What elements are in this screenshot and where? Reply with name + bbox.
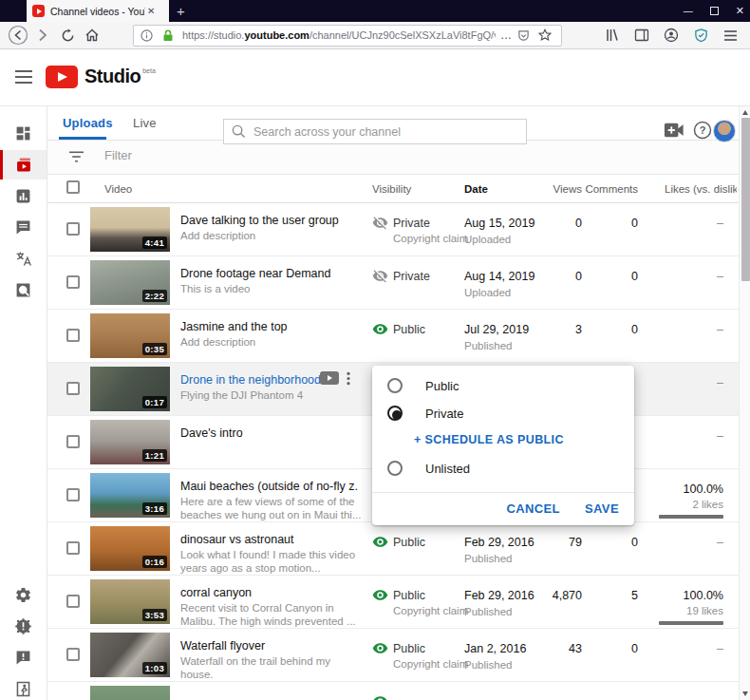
col-views[interactable]: Views (501, 183, 582, 195)
video-title[interactable]: Jasmine and the top (180, 320, 359, 333)
row-checkbox[interactable] (66, 435, 80, 448)
new-tab-button[interactable]: + (177, 2, 185, 20)
video-title[interactable]: Maui beaches (outside of no-fly z... (180, 480, 359, 493)
col-likes[interactable]: Likes (vs. dislike… (665, 183, 737, 195)
video-thumbnail[interactable]: 3:16 (90, 473, 170, 518)
info-icon[interactable] (140, 28, 153, 42)
row-checkbox[interactable] (66, 275, 80, 289)
tab-uploads[interactable]: Uploads (63, 116, 113, 130)
row-checkbox[interactable] (66, 329, 80, 342)
browser-tab[interactable]: Channel videos - YouTube Stud ✕ (27, 0, 169, 22)
video-description[interactable]: Flying the DJI Phantom 4 (180, 389, 363, 403)
table-row[interactable] (47, 682, 739, 700)
play-on-youtube-button[interactable] (320, 371, 339, 386)
cancel-button[interactable]: CANCEL (506, 501, 560, 516)
video-thumbnail[interactable]: 2:22 (90, 260, 170, 305)
option-public[interactable]: Public (387, 378, 459, 393)
video-thumbnail[interactable]: 0:35 (90, 313, 170, 358)
library-icon[interactable] (602, 25, 623, 46)
radio-private-selected[interactable] (387, 406, 403, 421)
radio-unlisted[interactable] (387, 461, 403, 476)
option-label[interactable]: Unlisted (425, 462, 470, 476)
sidebar-item-copyright[interactable] (0, 275, 47, 305)
sidebar-toggle-icon[interactable] (631, 25, 652, 46)
page-actions-icon[interactable]: … (500, 28, 513, 42)
close-button[interactable]: ✕ (736, 5, 744, 17)
video-title[interactable]: Waterfall flyover (180, 639, 359, 653)
help-icon[interactable]: ? (693, 121, 712, 140)
video-description[interactable]: This is a video (180, 283, 363, 296)
sidebar-item-comments[interactable] (0, 213, 47, 242)
scrollbar-thumb[interactable] (741, 118, 750, 281)
row-checkbox[interactable] (66, 648, 80, 661)
sidebar-item-feedback[interactable] (0, 643, 47, 672)
video-title[interactable]: corral canyon (180, 586, 359, 599)
vertical-scrollbar[interactable] (739, 106, 750, 700)
col-date[interactable]: Date (464, 183, 488, 195)
channel-search[interactable] (223, 119, 527, 144)
reload-button[interactable] (57, 25, 78, 46)
video-description[interactable]: Look what I found! I made this video yea… (180, 549, 363, 575)
forward-button[interactable] (32, 25, 53, 46)
video-thumbnail[interactable]: 0:17 (90, 367, 170, 411)
video-thumbnail[interactable] (90, 686, 170, 700)
video-title-link[interactable]: Drone in the neighborhood (180, 373, 323, 387)
sidebar-item-dashboard[interactable] (0, 119, 47, 148)
maximize-button[interactable] (710, 7, 719, 15)
account-avatar[interactable] (713, 120, 736, 142)
search-input[interactable] (253, 125, 518, 139)
col-video[interactable]: Video (104, 183, 132, 195)
sidebar-item-videos[interactable] (0, 150, 47, 180)
option-label[interactable]: Private (425, 407, 463, 421)
minimize-button[interactable]: — (684, 8, 693, 15)
option-unlisted[interactable]: Unlisted (387, 461, 470, 476)
url-text[interactable]: https://studio.youtube.com/channel/UCJnz… (182, 29, 496, 41)
video-description[interactable]: Here are a few views of some of the beac… (180, 496, 363, 521)
row-checkbox[interactable] (66, 222, 80, 236)
back-button[interactable] (8, 25, 28, 46)
sidebar-item-exit[interactable] (0, 674, 47, 700)
create-video-icon[interactable] (664, 121, 684, 140)
studio-menu-icon[interactable] (14, 69, 33, 85)
video-title[interactable]: dinosaur vs astronaut (180, 533, 359, 546)
option-label[interactable]: Public (425, 379, 459, 393)
sidebar-item-settings[interactable] (0, 580, 47, 610)
table-row[interactable]: 4:41 Dave talking to the user group Add … (47, 203, 739, 256)
table-row[interactable]: 1:03 Waterfall flyover Waterfall on the … (47, 629, 739, 682)
video-thumbnail[interactable]: 1:03 (90, 633, 170, 677)
save-button[interactable]: SAVE (585, 501, 619, 516)
address-bar[interactable]: https://studio.youtube.com/channel/UCJnz… (133, 25, 562, 47)
col-comments[interactable]: Comments (579, 183, 638, 195)
filter-input[interactable] (104, 148, 389, 162)
scroll-down-arrow[interactable] (742, 691, 748, 696)
filter-icon[interactable] (68, 150, 84, 163)
radio-public[interactable] (387, 378, 403, 393)
video-title[interactable]: Dave talking to the user group (180, 214, 359, 227)
row-checkbox[interactable] (66, 488, 80, 501)
studio-logo[interactable]: Studio beta (46, 66, 156, 88)
sidebar-item-issues[interactable] (0, 612, 47, 641)
video-description[interactable]: Add description (180, 336, 363, 350)
tab-close-icon[interactable]: ✕ (147, 6, 155, 16)
table-row[interactable]: 2:22 Drone footage near Demand This is a… (47, 256, 739, 310)
row-checkbox[interactable] (66, 595, 80, 608)
video-thumbnail[interactable]: 0:16 (90, 526, 170, 571)
pocket-icon[interactable] (517, 29, 530, 42)
video-thumbnail[interactable]: 3:53 (90, 579, 170, 624)
video-title[interactable]: Dave's intro (180, 426, 359, 440)
select-all-checkbox[interactable] (66, 180, 80, 194)
tab-live[interactable]: Live (133, 116, 157, 130)
col-visibility[interactable]: Visibility (372, 183, 411, 195)
home-button[interactable] (82, 25, 103, 46)
account-icon[interactable] (661, 25, 682, 46)
bookmark-star-icon[interactable] (538, 28, 552, 42)
row-checkbox[interactable] (66, 382, 80, 395)
table-row[interactable]: 0:35 Jasmine and the top Add description… (47, 310, 739, 363)
table-row[interactable]: 0:16 dinosaur vs astronaut Look what I f… (47, 522, 739, 576)
scroll-up-arrow[interactable] (742, 110, 748, 115)
video-description[interactable]: Add description (180, 230, 363, 243)
sidebar-item-analytics[interactable] (0, 181, 47, 211)
protection-shield-icon[interactable] (690, 25, 711, 46)
table-row[interactable]: 3:53 corral canyon Recent visit to Corra… (47, 576, 739, 629)
option-private[interactable]: Private (387, 406, 463, 421)
